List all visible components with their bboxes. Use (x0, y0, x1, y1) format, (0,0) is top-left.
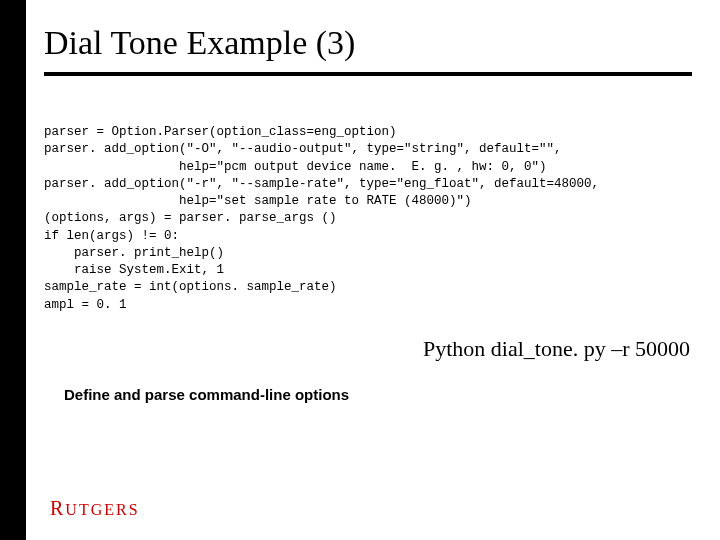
title-underline (44, 72, 692, 76)
logo-rest: UTGERS (65, 501, 139, 518)
logo-first-letter: R (50, 497, 65, 519)
slide-title: Dial Tone Example (3) (44, 24, 692, 62)
slide-content: Dial Tone Example (3) parser = Option.Pa… (26, 0, 720, 403)
command-line-example: Python dial_tone. py –r 50000 (44, 336, 692, 362)
rutgers-logo: RUTGERS (50, 497, 140, 520)
code-block: parser = Option.Parser(option_class=eng_… (44, 124, 692, 314)
left-accent-bar (0, 0, 26, 540)
caption-text: Define and parse command-line options (64, 386, 692, 403)
